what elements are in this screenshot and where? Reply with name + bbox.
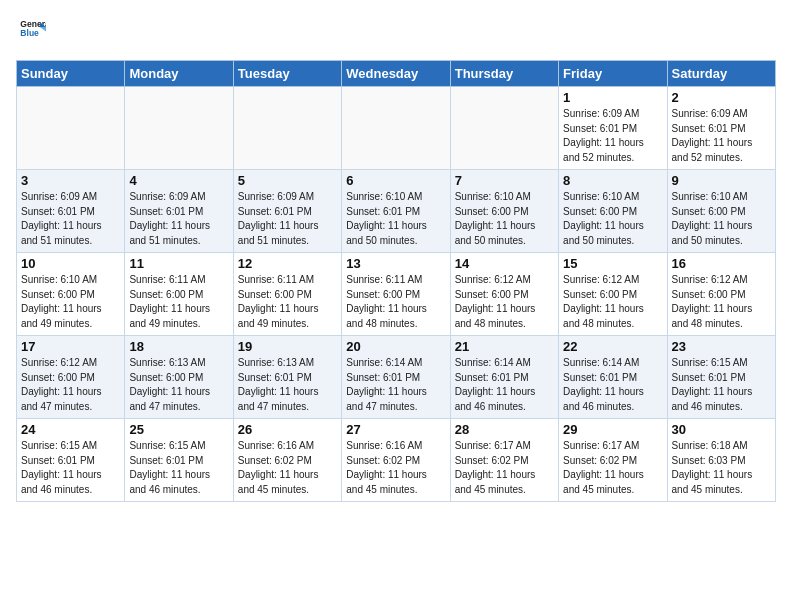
day-info: Sunrise: 6:09 AM Sunset: 6:01 PM Dayligh… [238,190,337,248]
calendar-table: SundayMondayTuesdayWednesdayThursdayFrid… [16,60,776,502]
day-info: Sunrise: 6:13 AM Sunset: 6:01 PM Dayligh… [238,356,337,414]
calendar-cell: 28Sunrise: 6:17 AM Sunset: 6:02 PM Dayli… [450,419,558,502]
logo-icon: General Blue [18,16,46,44]
calendar-cell: 29Sunrise: 6:17 AM Sunset: 6:02 PM Dayli… [559,419,667,502]
day-info: Sunrise: 6:09 AM Sunset: 6:01 PM Dayligh… [672,107,771,165]
calendar-cell: 18Sunrise: 6:13 AM Sunset: 6:00 PM Dayli… [125,336,233,419]
header: General Blue [16,16,776,48]
day-number: 12 [238,256,337,271]
day-number: 10 [21,256,120,271]
day-info: Sunrise: 6:12 AM Sunset: 6:00 PM Dayligh… [672,273,771,331]
day-info: Sunrise: 6:17 AM Sunset: 6:02 PM Dayligh… [563,439,662,497]
calendar-cell: 3Sunrise: 6:09 AM Sunset: 6:01 PM Daylig… [17,170,125,253]
day-number: 19 [238,339,337,354]
calendar-cell: 22Sunrise: 6:14 AM Sunset: 6:01 PM Dayli… [559,336,667,419]
day-number: 1 [563,90,662,105]
day-info: Sunrise: 6:16 AM Sunset: 6:02 PM Dayligh… [238,439,337,497]
calendar-cell: 16Sunrise: 6:12 AM Sunset: 6:00 PM Dayli… [667,253,775,336]
calendar-week-4: 24Sunrise: 6:15 AM Sunset: 6:01 PM Dayli… [17,419,776,502]
day-info: Sunrise: 6:15 AM Sunset: 6:01 PM Dayligh… [21,439,120,497]
day-number: 8 [563,173,662,188]
day-number: 22 [563,339,662,354]
calendar-cell: 17Sunrise: 6:12 AM Sunset: 6:00 PM Dayli… [17,336,125,419]
day-info: Sunrise: 6:10 AM Sunset: 6:00 PM Dayligh… [21,273,120,331]
calendar-cell: 5Sunrise: 6:09 AM Sunset: 6:01 PM Daylig… [233,170,341,253]
calendar-cell: 15Sunrise: 6:12 AM Sunset: 6:00 PM Dayli… [559,253,667,336]
calendar-cell [125,87,233,170]
day-info: Sunrise: 6:12 AM Sunset: 6:00 PM Dayligh… [455,273,554,331]
day-number: 27 [346,422,445,437]
calendar-cell: 1Sunrise: 6:09 AM Sunset: 6:01 PM Daylig… [559,87,667,170]
calendar-cell: 8Sunrise: 6:10 AM Sunset: 6:00 PM Daylig… [559,170,667,253]
day-info: Sunrise: 6:12 AM Sunset: 6:00 PM Dayligh… [21,356,120,414]
day-info: Sunrise: 6:11 AM Sunset: 6:00 PM Dayligh… [238,273,337,331]
logo: General Blue [16,16,46,48]
day-number: 30 [672,422,771,437]
day-info: Sunrise: 6:17 AM Sunset: 6:02 PM Dayligh… [455,439,554,497]
calendar-cell: 30Sunrise: 6:18 AM Sunset: 6:03 PM Dayli… [667,419,775,502]
day-number: 25 [129,422,228,437]
day-number: 7 [455,173,554,188]
calendar-cell: 25Sunrise: 6:15 AM Sunset: 6:01 PM Dayli… [125,419,233,502]
day-number: 15 [563,256,662,271]
day-number: 18 [129,339,228,354]
weekday-header-saturday: Saturday [667,61,775,87]
weekday-header-tuesday: Tuesday [233,61,341,87]
day-number: 20 [346,339,445,354]
day-number: 9 [672,173,771,188]
day-info: Sunrise: 6:10 AM Sunset: 6:00 PM Dayligh… [563,190,662,248]
day-info: Sunrise: 6:15 AM Sunset: 6:01 PM Dayligh… [672,356,771,414]
day-number: 6 [346,173,445,188]
calendar-cell [233,87,341,170]
calendar-cell: 14Sunrise: 6:12 AM Sunset: 6:00 PM Dayli… [450,253,558,336]
calendar-cell: 20Sunrise: 6:14 AM Sunset: 6:01 PM Dayli… [342,336,450,419]
day-info: Sunrise: 6:09 AM Sunset: 6:01 PM Dayligh… [21,190,120,248]
day-info: Sunrise: 6:10 AM Sunset: 6:00 PM Dayligh… [672,190,771,248]
calendar-cell: 10Sunrise: 6:10 AM Sunset: 6:00 PM Dayli… [17,253,125,336]
day-number: 17 [21,339,120,354]
calendar-week-3: 17Sunrise: 6:12 AM Sunset: 6:00 PM Dayli… [17,336,776,419]
calendar-cell: 4Sunrise: 6:09 AM Sunset: 6:01 PM Daylig… [125,170,233,253]
calendar-week-2: 10Sunrise: 6:10 AM Sunset: 6:00 PM Dayli… [17,253,776,336]
day-number: 26 [238,422,337,437]
calendar-cell: 9Sunrise: 6:10 AM Sunset: 6:00 PM Daylig… [667,170,775,253]
day-info: Sunrise: 6:14 AM Sunset: 6:01 PM Dayligh… [346,356,445,414]
page: General Blue SundayMondayTuesdayWednesda… [0,0,792,510]
day-info: Sunrise: 6:18 AM Sunset: 6:03 PM Dayligh… [672,439,771,497]
calendar-cell: 19Sunrise: 6:13 AM Sunset: 6:01 PM Dayli… [233,336,341,419]
calendar-cell: 23Sunrise: 6:15 AM Sunset: 6:01 PM Dayli… [667,336,775,419]
calendar-cell: 21Sunrise: 6:14 AM Sunset: 6:01 PM Dayli… [450,336,558,419]
weekday-header-friday: Friday [559,61,667,87]
calendar-cell: 26Sunrise: 6:16 AM Sunset: 6:02 PM Dayli… [233,419,341,502]
weekday-header-row: SundayMondayTuesdayWednesdayThursdayFrid… [17,61,776,87]
day-number: 23 [672,339,771,354]
day-info: Sunrise: 6:15 AM Sunset: 6:01 PM Dayligh… [129,439,228,497]
day-number: 28 [455,422,554,437]
day-info: Sunrise: 6:14 AM Sunset: 6:01 PM Dayligh… [563,356,662,414]
calendar-cell [342,87,450,170]
day-number: 29 [563,422,662,437]
day-number: 14 [455,256,554,271]
day-info: Sunrise: 6:11 AM Sunset: 6:00 PM Dayligh… [346,273,445,331]
calendar-cell: 24Sunrise: 6:15 AM Sunset: 6:01 PM Dayli… [17,419,125,502]
weekday-header-monday: Monday [125,61,233,87]
day-number: 11 [129,256,228,271]
day-info: Sunrise: 6:13 AM Sunset: 6:00 PM Dayligh… [129,356,228,414]
day-info: Sunrise: 6:14 AM Sunset: 6:01 PM Dayligh… [455,356,554,414]
calendar-cell [17,87,125,170]
day-number: 5 [238,173,337,188]
day-number: 3 [21,173,120,188]
calendar-cell: 2Sunrise: 6:09 AM Sunset: 6:01 PM Daylig… [667,87,775,170]
day-info: Sunrise: 6:09 AM Sunset: 6:01 PM Dayligh… [563,107,662,165]
calendar-body: 1Sunrise: 6:09 AM Sunset: 6:01 PM Daylig… [17,87,776,502]
weekday-header-sunday: Sunday [17,61,125,87]
calendar-cell: 13Sunrise: 6:11 AM Sunset: 6:00 PM Dayli… [342,253,450,336]
calendar-week-1: 3Sunrise: 6:09 AM Sunset: 6:01 PM Daylig… [17,170,776,253]
calendar-cell: 27Sunrise: 6:16 AM Sunset: 6:02 PM Dayli… [342,419,450,502]
calendar-week-0: 1Sunrise: 6:09 AM Sunset: 6:01 PM Daylig… [17,87,776,170]
day-info: Sunrise: 6:10 AM Sunset: 6:00 PM Dayligh… [455,190,554,248]
calendar-cell: 12Sunrise: 6:11 AM Sunset: 6:00 PM Dayli… [233,253,341,336]
weekday-header-wednesday: Wednesday [342,61,450,87]
day-number: 4 [129,173,228,188]
day-info: Sunrise: 6:11 AM Sunset: 6:00 PM Dayligh… [129,273,228,331]
